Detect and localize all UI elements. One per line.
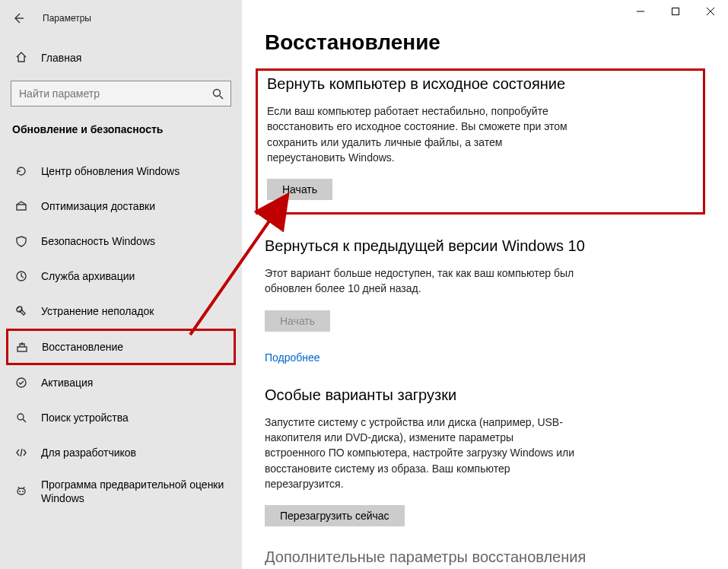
sidebar-item-label: Для разработчиков	[41, 446, 136, 459]
window-caption-buttons	[623, 0, 728, 23]
backup-icon	[14, 270, 29, 282]
close-icon	[707, 8, 714, 15]
svg-rect-3	[17, 347, 27, 351]
svg-point-8	[22, 491, 24, 492]
sidebar-item-security[interactable]: Безопасность Windows	[0, 224, 242, 259]
sidebar-item-label: Программа предварительной оценки Windows	[41, 478, 242, 505]
sidebar-item-label: Служба архивации	[41, 269, 135, 283]
category-title: Обновление и безопасность	[0, 106, 242, 143]
sidebar-item-label: Оптимизация доставки	[41, 199, 155, 213]
reset-start-button[interactable]: Начать	[267, 179, 332, 200]
maximize-button[interactable]	[658, 0, 693, 23]
main-content: Восстановление Вернуть компьютер в исход…	[242, 0, 728, 569]
learn-more-link[interactable]: Подробнее	[265, 351, 320, 364]
advanced-heading: Особые варианты загрузки	[265, 386, 705, 404]
sidebar-item-activation[interactable]: Активация	[0, 365, 242, 400]
page-title: Восстановление	[265, 30, 705, 55]
search-icon	[211, 87, 224, 100]
reset-section: Вернуть компьютер в исходное состояние Е…	[256, 68, 705, 215]
sidebar: Параметры Главная Обновление и безопасно…	[0, 0, 242, 569]
goback-heading: Вернуться к предыдущей версии Windows 10	[265, 237, 705, 255]
sidebar-item-update[interactable]: Центр обновления Windows	[0, 154, 242, 189]
activation-icon	[14, 377, 29, 389]
advanced-body: Запустите систему с устройства или диска…	[265, 415, 577, 491]
svg-rect-1	[17, 205, 26, 210]
maximize-icon	[672, 8, 679, 15]
advanced-section: Особые варианты загрузки Запустите систе…	[265, 386, 705, 526]
goback-start-button: Начать	[265, 310, 330, 332]
titlebar: Параметры	[0, 6, 242, 30]
window-title: Параметры	[43, 13, 91, 24]
home-icon	[14, 51, 29, 65]
sidebar-item-delivery[interactable]: Оптимизация доставки	[0, 189, 242, 224]
back-arrow-icon	[12, 12, 24, 24]
search-box[interactable]	[11, 81, 231, 106]
close-button[interactable]	[693, 0, 728, 23]
back-button[interactable]	[9, 9, 27, 27]
goback-body: Этот вариант больше недоступен, так как …	[265, 265, 577, 297]
home-label: Главная	[41, 52, 81, 64]
sidebar-item-troubleshoot[interactable]: Устранение неполадок	[0, 294, 242, 329]
sidebar-item-insider[interactable]: Программа предварительной оценки Windows	[0, 470, 242, 513]
sidebar-item-label: Восстановление	[42, 340, 123, 354]
sidebar-item-label: Устранение неполадок	[41, 304, 154, 318]
svg-point-4	[17, 378, 26, 387]
home-item[interactable]: Главная	[0, 43, 242, 73]
svg-point-5	[17, 414, 24, 420]
insider-icon	[14, 485, 29, 497]
reset-body: Если ваш компьютер работает нестабильно,…	[267, 103, 579, 165]
goback-section: Вернуться к предыдущей версии Windows 10…	[265, 237, 705, 364]
recovery-icon	[14, 341, 30, 353]
delivery-icon	[14, 200, 29, 212]
update-icon	[14, 165, 29, 177]
minimize-icon	[637, 8, 644, 15]
sidebar-item-label: Активация	[41, 376, 93, 389]
svg-point-7	[19, 491, 21, 492]
minimize-button[interactable]	[623, 0, 658, 23]
sidebar-item-find-device[interactable]: Поиск устройства	[0, 400, 242, 435]
find-device-icon	[14, 412, 29, 424]
sidebar-item-label: Поиск устройства	[41, 411, 129, 424]
developer-icon	[14, 447, 29, 459]
search-input[interactable]	[19, 87, 211, 100]
shield-icon	[14, 235, 29, 247]
sidebar-item-label: Безопасность Windows	[41, 234, 155, 248]
svg-rect-6	[17, 488, 25, 494]
search-container	[11, 81, 231, 106]
sidebar-item-developer[interactable]: Для разработчиков	[0, 435, 242, 470]
reset-heading: Вернуть компьютер в исходное состояние	[267, 75, 694, 93]
sidebar-item-backup[interactable]: Служба архивации	[0, 259, 242, 294]
nav-list: Центр обновления Windows Оптимизация дос…	[0, 154, 242, 513]
svg-rect-9	[672, 8, 679, 15]
truncated-section-heading: Дополнительные параметры восстановления	[265, 548, 586, 566]
troubleshoot-icon	[14, 305, 29, 317]
svg-point-0	[214, 90, 221, 97]
sidebar-item-label: Центр обновления Windows	[41, 164, 180, 178]
sidebar-item-recovery[interactable]: Восстановление	[6, 329, 236, 365]
restart-now-button[interactable]: Перезагрузить сейчас	[265, 505, 405, 526]
